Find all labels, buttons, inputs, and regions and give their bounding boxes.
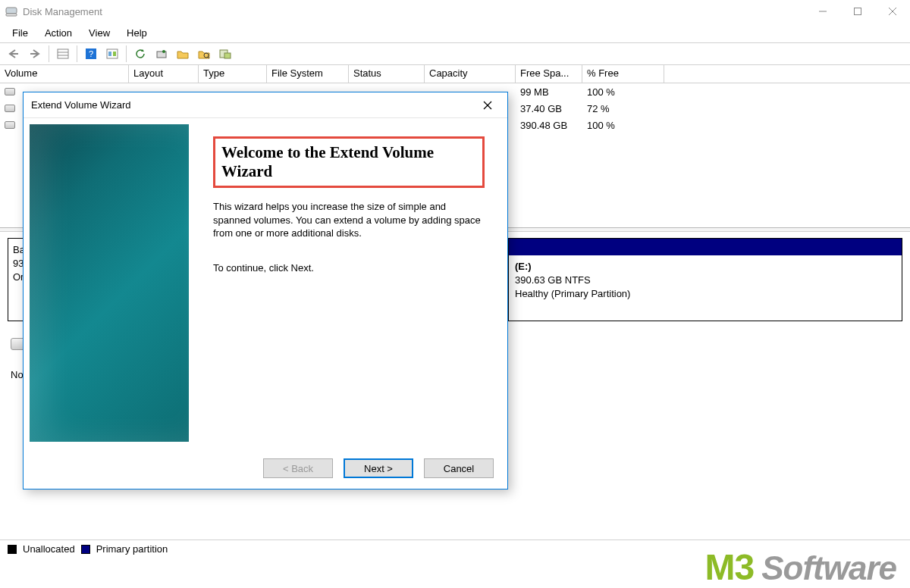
search-folder-icon[interactable] <box>195 45 213 63</box>
legend-primary: Primary partition <box>96 543 168 555</box>
cell-freespace: 37.40 GB <box>516 103 582 114</box>
rescan-icon[interactable] <box>152 45 171 63</box>
refresh-icon[interactable] <box>131 45 149 63</box>
forward-icon[interactable] <box>26 45 44 63</box>
partition-e[interactable]: (E:) 390.63 GB NTFS Healthy (Primary Par… <box>509 239 902 321</box>
partition-label: (E:) <box>515 261 532 272</box>
toolbar: ? <box>0 42 910 65</box>
app-icon <box>5 5 18 18</box>
window-close-button[interactable] <box>875 0 910 23</box>
close-icon[interactable] <box>475 96 500 114</box>
view-graphical-icon[interactable] <box>103 45 121 63</box>
cell-pctfree: 100 % <box>582 120 664 131</box>
col-freespace[interactable]: Free Spa... <box>516 65 582 83</box>
volume-icon <box>5 88 15 95</box>
col-pctfree[interactable]: % Free <box>582 65 664 83</box>
help-icon[interactable]: ? <box>82 45 100 63</box>
maximize-button[interactable] <box>840 0 875 23</box>
svg-rect-21 <box>224 53 231 58</box>
cell-freespace: 390.48 GB <box>516 120 582 131</box>
menu-file[interactable]: File <box>5 25 36 41</box>
menu-action[interactable]: Action <box>37 25 80 41</box>
watermark: M3 Software <box>704 546 896 588</box>
wizard-heading: Welcome to the Extend Volume Wizard <box>213 136 485 188</box>
svg-text:?: ? <box>89 49 93 58</box>
svg-rect-0 <box>6 8 17 14</box>
wizard-description: This wizard helps you increase the size … <box>213 200 485 240</box>
legend-swatch-primary <box>81 545 90 554</box>
col-volume[interactable]: Volume <box>0 65 129 83</box>
col-status[interactable]: Status <box>349 65 425 83</box>
back-icon[interactable] <box>5 45 23 63</box>
svg-rect-1 <box>6 14 17 16</box>
col-filesystem[interactable]: File System <box>267 65 349 83</box>
cell-pctfree: 100 % <box>582 86 664 98</box>
settings-disks-icon[interactable] <box>216 45 234 63</box>
svg-rect-8 <box>58 49 68 58</box>
partition-health: Healthy (Primary Partition) <box>515 287 896 301</box>
svg-point-17 <box>162 50 165 53</box>
disk-label-text: No <box>11 369 24 380</box>
extend-volume-wizard: Extend Volume Wizard Welcome to the Exte… <box>23 92 508 489</box>
volume-icon <box>5 105 15 112</box>
wizard-banner <box>30 124 189 442</box>
minimize-button[interactable] <box>805 0 840 23</box>
menu-bar: File Action View Help <box>0 23 910 42</box>
partition-size: 390.63 GB NTFS <box>515 274 896 287</box>
volume-icon <box>5 121 15 129</box>
svg-rect-14 <box>108 52 111 56</box>
back-button: < Back <box>263 458 333 478</box>
view-list-icon[interactable] <box>54 45 72 63</box>
menu-view[interactable]: View <box>81 25 118 41</box>
wizard-instruction: To continue, click Next. <box>213 261 485 275</box>
legend-swatch-unallocated <box>8 545 17 554</box>
legend-unallocated: Unallocated <box>23 543 75 555</box>
titlebar: Disk Management <box>0 0 910 23</box>
window-title: Disk Management <box>23 6 805 17</box>
col-type[interactable]: Type <box>199 65 267 83</box>
dialog-title: Extend Volume Wizard <box>31 99 475 111</box>
svg-rect-15 <box>113 52 116 56</box>
col-capacity[interactable]: Capacity <box>425 65 516 83</box>
next-button[interactable]: Next > <box>344 458 413 478</box>
cancel-button[interactable]: Cancel <box>424 458 494 478</box>
svg-rect-3 <box>855 8 861 15</box>
cell-pctfree: 72 % <box>582 103 664 114</box>
open-folder-icon[interactable] <box>174 45 192 63</box>
column-headers: Volume Layout Type File System Status Ca… <box>0 65 910 83</box>
cell-freespace: 99 MB <box>516 86 582 98</box>
menu-help[interactable]: Help <box>119 25 155 41</box>
col-layout[interactable]: Layout <box>129 65 199 83</box>
